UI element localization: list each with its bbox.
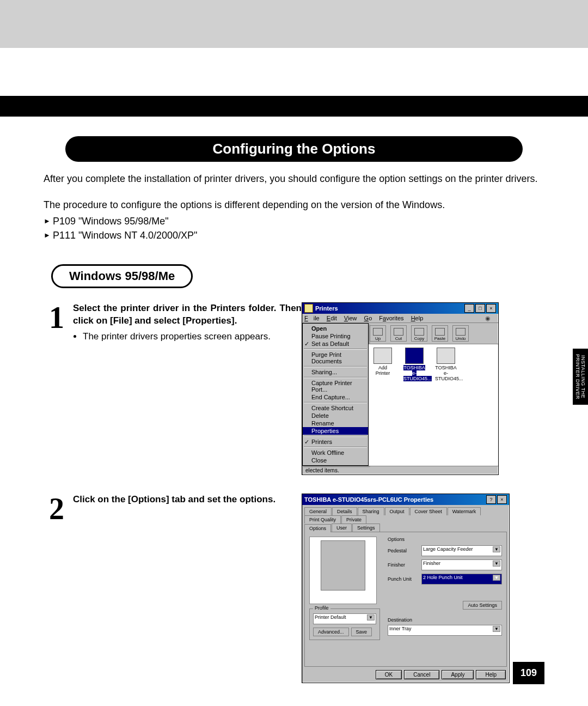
finisher-label: Finisher [388,562,418,568]
toolbar-up[interactable]: Up [370,325,386,342]
ok-button[interactable]: OK [376,670,402,679]
up-icon [373,328,383,336]
toolbar-undo-label: Undo [455,336,465,341]
printers-menubar: File Edit View Go Favorites Help ◉ [302,314,498,323]
step-1: 1 Select the printer driver in the Print… [44,302,544,475]
menu-separator [304,402,367,403]
menu-view[interactable]: View [344,315,357,321]
tab-details[interactable]: Details [332,507,357,515]
tab-cover-sheet[interactable]: Cover Sheet [410,507,447,515]
punch-field: Punch Unit 2 Hole Punch Unit [388,574,502,585]
printers-window: Printers _ □ × File Edit View Go Favorit… [302,302,499,475]
menu-item-properties[interactable]: Properties [303,427,368,435]
toolbar-cut[interactable]: Cut [390,325,407,342]
finisher-combo[interactable]: Finisher [421,559,502,570]
pedestal-label: Pedestal [388,548,418,553]
right-column: Options Pedestal Large Capacity Feeder F… [388,537,502,640]
menu-item-set-default[interactable]: Set as Default [303,340,368,348]
printer-preview [309,537,377,604]
destination-combo[interactable]: Inner Tray [388,625,502,636]
properties-title-text: TOSHIBA e-STUDIO45srs-PCL6UC Properties [304,496,433,503]
tab-general[interactable]: General [304,507,332,515]
profile-group-title: Profile [313,605,330,611]
tab-options[interactable]: Options [304,524,331,532]
xref-link-1-text: P109 "Windows 95/98/Me" [53,216,169,227]
close-icon[interactable]: × [486,304,496,313]
toolbar-copy[interactable]: Copy [411,325,427,342]
step-2-body: Click on the [Options] tab and set the o… [73,494,302,506]
step-2-instruction: Click on the [Options] tab and set the o… [73,494,302,506]
printer-item-2[interactable]: TOSHIBA e-STUDIO45... [435,348,457,462]
menu-go[interactable]: Go [364,315,372,321]
menu-item-open[interactable]: Open [303,325,368,332]
options-group-title: Options [388,537,502,542]
advanced-button[interactable]: Advanced... [313,628,349,636]
tab-watermark[interactable]: Watermark [448,507,481,515]
xref-link-2-text: P111 "Windows NT 4.0/2000/XP" [53,230,198,241]
properties-tabs-row1: General Details Sharing Output Cover She… [302,505,509,524]
tab-output[interactable]: Output [385,507,409,515]
cancel-button[interactable]: Cancel [404,670,439,679]
menu-item-delete[interactable]: Delete [303,412,368,419]
toolbar-cut-label: Cut [395,336,402,341]
menu-item-shortcut[interactable]: Create Shortcut [303,404,368,412]
apply-button[interactable]: Apply [442,670,474,679]
menu-item-capture[interactable]: Capture Printer Port... [303,379,368,393]
minimize-icon[interactable]: _ [464,304,474,313]
menu-item-endcap[interactable]: End Capture... [303,393,368,401]
help-icon[interactable]: ? [486,495,496,504]
auto-settings-button[interactable]: Auto Settings [463,601,502,610]
add-printer-label: Add Printer [376,365,390,376]
properties-titlebar: TOSHIBA e-STUDIO45srs-PCL6UC Properties … [302,494,509,505]
tab-print-quality[interactable]: Print Quality [304,515,341,524]
tab-user[interactable]: User [332,524,352,532]
add-printer-item[interactable]: Add Printer [372,348,394,462]
finisher-field: Finisher Finisher [388,559,502,570]
printers-body: Open Pause Printing Set as Default Purge… [302,323,498,466]
step-2: 2 Click on the [Options] tab and set the… [44,494,544,683]
menu-edit[interactable]: Edit [327,315,337,321]
menu-item-purge[interactable]: Purge Print Documents [303,351,368,365]
profile-group: Profile Printer Default Advanced... Save [309,608,380,640]
dialog-button-row: OK Cancel Apply Help [302,667,509,683]
printer-item-1[interactable]: TOSHIBA e-STUDIO45... [403,348,425,462]
page-content: Configuring the Options After you comple… [0,117,588,683]
tab-private[interactable]: Private [341,515,366,524]
menu-help[interactable]: Help [411,315,424,321]
menu-item-printers[interactable]: Printers [303,438,368,446]
pedestal-combo[interactable]: Large Capacity Feeder [421,545,502,556]
menu-favorites[interactable]: Favorites [379,315,403,321]
printer-icon [437,348,455,364]
toolbar-paste[interactable]: Paste [432,325,448,342]
menu-separator [304,366,367,367]
menu-item-sharing[interactable]: Sharing... [303,368,368,376]
menu-item-work-offline[interactable]: Work Offline [303,449,368,457]
help-button[interactable]: Help [476,670,506,679]
printers-titlebar: Printers _ □ × [302,303,498,314]
options-tab-panel: Profile Printer Default Advanced... Save… [304,532,507,667]
menu-file[interactable]: File [304,315,320,321]
menu-item-close[interactable]: Close [303,457,368,464]
maximize-icon[interactable]: □ [475,304,485,313]
copy-icon [414,328,424,336]
properties-dialog: TOSHIBA e-STUDIO45srs-PCL6UC Properties … [302,494,510,683]
top-gray-margin [0,0,588,48]
properties-tabs-row2: Options User Settings [302,524,509,532]
close-icon[interactable]: × [497,495,507,504]
side-tab-line2: PRINTER DRIVER [575,354,580,399]
step-1-instruction: Select the printer driver in the Printer… [73,302,302,327]
folder-icon [304,304,313,313]
punch-combo[interactable]: 2 Hole Punch Unit [421,574,502,585]
toolbar-undo[interactable]: Undo [452,325,469,342]
intro-paragraph-2: The procedure to configure the options i… [44,198,544,212]
menu-item-rename[interactable]: Rename [303,419,368,427]
destination-label: Destination [388,617,502,623]
menu-item-pause[interactable]: Pause Printing [303,332,368,340]
toolbar: Up Cut Copy Paste Undo [369,323,498,344]
tab-sharing[interactable]: Sharing [358,507,384,515]
save-button[interactable]: Save [351,628,372,636]
xref-link-2: P111 "Windows NT 4.0/2000/XP" [44,228,544,242]
menu-separator [304,349,367,350]
profile-combo[interactable]: Printer Default [313,613,376,624]
tab-settings[interactable]: Settings [352,524,380,532]
